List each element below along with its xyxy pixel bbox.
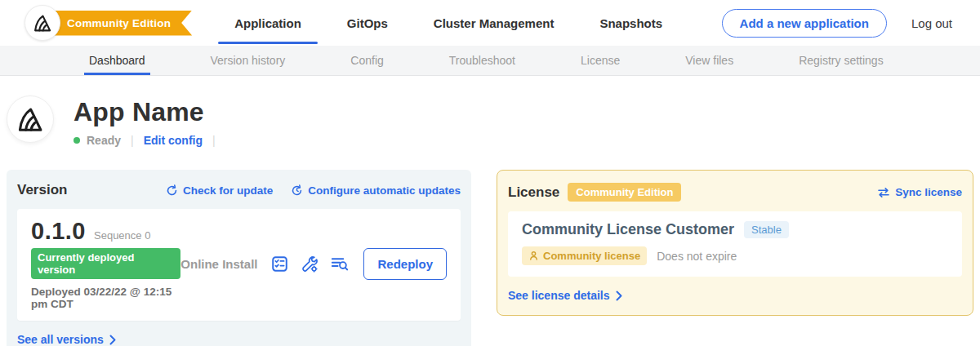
refresh-icon (166, 184, 178, 197)
chevron-right-icon (109, 335, 116, 345)
install-type-label: Online Install (180, 257, 257, 271)
subtab-version-history[interactable]: Version history (206, 46, 291, 75)
community-edition-badge: Community Edition (568, 183, 681, 202)
tab-cluster-management[interactable]: Cluster Management (429, 0, 559, 46)
version-number: 0.1.0 (31, 218, 86, 245)
community-edition-ribbon: Community Edition (42, 11, 192, 36)
subtab-dashboard[interactable]: Dashboard (84, 46, 150, 75)
tab-gitops[interactable]: GitOps (342, 0, 393, 46)
log-out-button[interactable]: Log out (911, 16, 952, 30)
add-new-application-button[interactable]: Add a new application (722, 9, 887, 38)
version-card: Version Check for update (7, 170, 471, 346)
license-details-panel: Community License Customer Stable Commun… (508, 211, 962, 277)
version-card-title: Version (17, 182, 67, 198)
user-icon (528, 251, 539, 261)
brand-badge[interactable]: Community Edition (24, 5, 192, 41)
dashboard-cards: Version Check for update (7, 170, 973, 346)
currently-deployed-badge: Currently deployed version (31, 248, 180, 279)
top-nav: Community Edition Application GitOps Clu… (0, 0, 980, 46)
see-license-details-link[interactable]: See license details (508, 289, 962, 302)
license-card: License Community Edition (497, 170, 973, 316)
sync-arrows-icon (877, 187, 890, 198)
app-name-title: App Name (74, 97, 225, 127)
edit-config-link[interactable]: Edit config (144, 134, 203, 147)
tab-snapshots[interactable]: Snapshots (595, 0, 667, 46)
subtab-troubleshoot[interactable]: Troubleshoot (444, 46, 520, 75)
divider: | (212, 134, 216, 147)
top-tabs: Application GitOps Cluster Management Sn… (229, 0, 667, 46)
expiry-label: Does not expire (657, 250, 737, 263)
replicated-logo-icon (16, 105, 44, 133)
subtab-config[interactable]: Config (345, 46, 388, 75)
status-label: Ready (87, 134, 121, 147)
subtab-license[interactable]: License (576, 46, 625, 75)
tab-application[interactable]: Application (229, 0, 306, 46)
channel-badge: Stable (744, 221, 789, 238)
subtab-view-files[interactable]: View files (680, 46, 738, 75)
app-header: App Name Ready | Edit config | (7, 95, 980, 147)
license-card-title: License (508, 184, 559, 201)
divider: | (131, 134, 134, 147)
deployed-timestamp: Deployed 03/22/22 @ 12:15 pm CDT (31, 286, 180, 310)
see-all-versions-link[interactable]: See all versions (17, 333, 461, 346)
app-sub-nav: Dashboard Version history Config Trouble… (0, 46, 980, 76)
clock-refresh-icon (291, 184, 303, 197)
current-version-panel: 0.1.0 Sequence 0 Currently deployed vers… (17, 209, 461, 321)
logo-circle (24, 5, 60, 41)
wrench-gear-config-icon[interactable] (301, 255, 318, 273)
app-status-row: Ready | Edit config | (74, 134, 225, 147)
status-dot (74, 137, 80, 144)
license-type-badge: Community license (522, 246, 647, 265)
check-for-update-link[interactable]: Check for update (166, 184, 273, 197)
sequence-label: Sequence 0 (94, 229, 150, 242)
chevron-right-icon (616, 291, 622, 301)
preflight-checklist-icon[interactable] (271, 255, 288, 273)
log-search-icon[interactable] (331, 256, 349, 272)
redeploy-button[interactable]: Redeploy (363, 248, 447, 280)
customer-name: Community License Customer (522, 221, 734, 238)
sync-license-link[interactable]: Sync license (877, 186, 962, 198)
configure-automatic-updates-link[interactable]: Configure automatic updates (291, 184, 461, 197)
replicated-logo-icon (33, 13, 52, 33)
subtab-registry-settings[interactable]: Registry settings (794, 46, 888, 75)
app-avatar (7, 95, 54, 143)
